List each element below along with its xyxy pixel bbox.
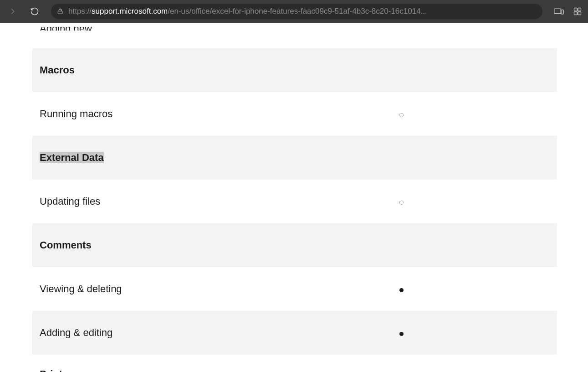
section-header-label: Comments	[32, 223, 326, 267]
browser-toolbar: https://support.microsoft.com/en-us/offi…	[0, 0, 588, 23]
address-bar[interactable]: https://support.microsoft.com/en-us/offi…	[51, 4, 542, 19]
indicator-supported-icon	[399, 288, 404, 292]
svg-rect-6	[578, 12, 581, 15]
section-header-label: Print	[32, 368, 326, 372]
extensions-icon[interactable]	[571, 2, 584, 21]
forward-button[interactable]	[4, 2, 22, 21]
table-row: Viewing & deleting	[32, 267, 557, 311]
address-url: https://support.microsoft.com/en-us/offi…	[68, 7, 537, 16]
indicator-supported-icon	[399, 332, 404, 336]
svg-rect-1	[554, 9, 561, 13]
feature-indicator	[326, 180, 476, 223]
svg-rect-0	[58, 11, 62, 14]
svg-rect-4	[578, 8, 581, 11]
lock-icon	[56, 8, 64, 15]
table-row: Running macros	[32, 92, 557, 136]
table-row: Updating files	[32, 180, 557, 223]
feature-comparison-table: Adding newMacrosRunning macrosExternal D…	[32, 23, 557, 372]
section-header: Comments	[32, 223, 557, 267]
svg-rect-2	[561, 10, 563, 14]
feature-label: Adding & editing	[32, 311, 326, 355]
indicator-partial-icon	[399, 113, 404, 117]
feature-indicator	[326, 92, 476, 136]
device-toggle-icon[interactable]	[550, 2, 568, 21]
svg-rect-5	[574, 12, 578, 15]
toolbar-right	[550, 2, 584, 21]
feature-label: Updating files	[32, 180, 326, 223]
table-row-cutoff-top: Adding new	[32, 23, 557, 35]
table-row: Adding & editing	[32, 311, 557, 355]
feature-label: Running macros	[32, 92, 326, 136]
table-row-cutoff-bottom: Print	[32, 368, 557, 372]
feature-indicator	[326, 311, 476, 355]
reload-button[interactable]	[26, 2, 44, 21]
section-header: Macros	[32, 48, 557, 92]
feature-label: Adding new	[40, 27, 319, 31]
svg-rect-3	[574, 8, 578, 11]
page-content: Adding newMacrosRunning macrosExternal D…	[0, 23, 588, 372]
section-header-label: Macros	[32, 48, 326, 92]
section-header-label: External Data	[40, 152, 104, 163]
section-header: External Data	[32, 136, 557, 180]
indicator-partial-icon	[399, 201, 404, 205]
feature-label: Viewing & deleting	[32, 267, 326, 311]
feature-indicator	[326, 267, 476, 311]
